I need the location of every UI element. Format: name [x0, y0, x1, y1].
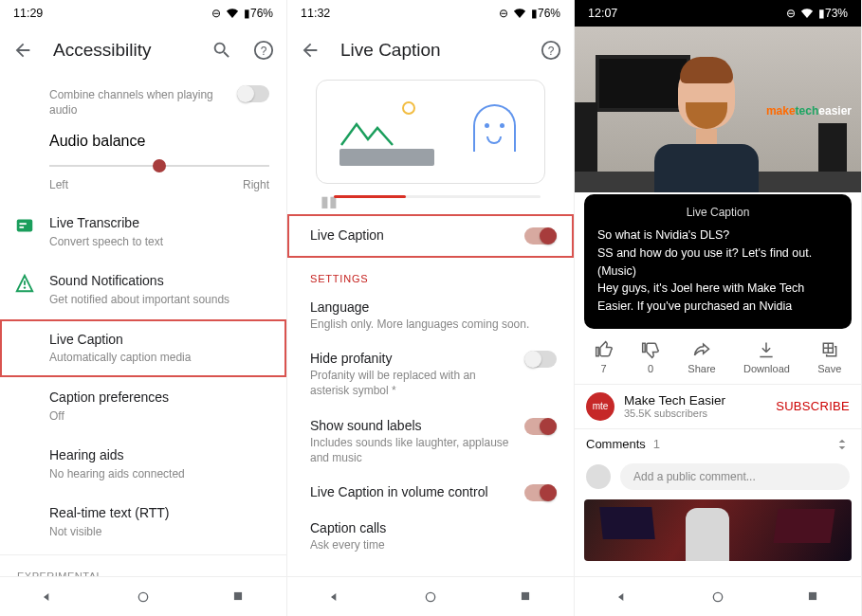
channel-row[interactable]: mte Make Tech Easier 35.5K subscribers S…	[575, 384, 861, 429]
svg-text:?: ?	[261, 45, 267, 58]
user-avatar	[586, 464, 611, 489]
channel-name: Make Tech Easier	[624, 393, 725, 408]
save-icon	[820, 340, 839, 359]
page-title: Live Caption	[340, 40, 441, 61]
live-caption-overlay[interactable]: Live Caption So what is Nvidia's DLS? SS…	[584, 194, 852, 329]
row-live-caption-toggle[interactable]: Live Caption	[287, 214, 574, 258]
nav-bar	[575, 576, 861, 616]
dislike-button[interactable]: 0	[641, 340, 660, 374]
row-caption-preferences[interactable]: Caption preferences Off	[0, 377, 286, 435]
row-combine-channels[interactable]: Combine channels when playing audio	[0, 74, 286, 129]
caption-pref-sub: Off	[49, 408, 169, 424]
caption-line: SS and how do you use it? Let's find out…	[597, 245, 838, 263]
vol-ctrl-title: Live Caption in volume control	[310, 484, 515, 499]
share-label: Share	[688, 363, 715, 374]
svg-rect-3	[20, 224, 27, 226]
thumbs-up-icon	[595, 340, 614, 359]
next-video-thumbnail[interactable]	[584, 499, 852, 561]
caption-pref-title: Caption preferences	[49, 389, 169, 407]
balance-right-label: Right	[243, 178, 269, 191]
svg-text:?: ?	[548, 45, 555, 58]
save-label: Save	[817, 363, 841, 374]
sound-notifications-title: Sound Notifications	[49, 272, 229, 290]
language-title: Language	[310, 299, 547, 315]
caption-calls-sub: Ask every time	[310, 537, 547, 553]
search-button[interactable]	[211, 39, 233, 62]
back-button[interactable]	[11, 39, 34, 62]
download-button[interactable]: Download	[743, 340, 790, 374]
vol-ctrl-toggle[interactable]	[524, 484, 557, 501]
video-actions: 7 0 Share Download Save	[575, 333, 861, 384]
row-caption-calls[interactable]: Caption calls Ask every time	[287, 511, 574, 562]
profanity-title: Hide profanity	[310, 351, 515, 366]
sound-labels-sub: Includes sounds like laughter, applause …	[310, 435, 515, 465]
sound-labels-toggle[interactable]	[524, 418, 557, 435]
row-hearing-aids[interactable]: Hearing aids No hearing aids connected	[0, 435, 286, 493]
row-live-caption[interactable]: Live Caption Automatically caption media	[0, 319, 286, 377]
dislike-count: 0	[648, 363, 653, 374]
back-button[interactable]	[299, 39, 321, 62]
wifi-icon	[226, 9, 239, 18]
row-sound-labels[interactable]: Show sound labels Includes sounds like l…	[287, 408, 574, 475]
share-button[interactable]: Share	[688, 340, 715, 374]
clock: 12:07	[588, 7, 617, 20]
row-rtt[interactable]: Real-time text (RTT) Not visible	[0, 493, 286, 551]
row-hide-profanity[interactable]: Hide profanity Profanity will be replace…	[287, 341, 574, 408]
nav-recents-icon[interactable]	[519, 589, 534, 605]
audio-balance-slider[interactable]	[49, 157, 269, 174]
svg-point-6	[24, 287, 26, 289]
page-title: Accessibility	[53, 40, 151, 61]
thumbs-down-icon	[641, 340, 660, 359]
phone-live-caption-settings: 11:32 ⊖ ▮76% Live Caption ? ▮▮ Live	[287, 0, 575, 616]
nav-bar	[287, 576, 574, 616]
clock: 11:29	[13, 7, 43, 20]
nav-recents-icon[interactable]	[231, 589, 247, 605]
app-header: Live Caption ?	[287, 27, 574, 74]
hearing-aids-title: Hearing aids	[49, 446, 185, 464]
sort-icon[interactable]	[834, 437, 850, 452]
like-button[interactable]: 7	[595, 340, 614, 374]
caption-line: Hey guys, it's Joel here with Make Tech …	[597, 280, 838, 316]
nav-recents-icon[interactable]	[806, 589, 821, 605]
nav-back-icon[interactable]	[327, 589, 342, 605]
nav-back-icon[interactable]	[40, 589, 55, 605]
settings-header: SETTINGS	[287, 258, 574, 290]
rtt-title: Real-time text (RTT)	[49, 504, 170, 522]
battery-icon: ▮	[244, 7, 250, 20]
nav-home-icon[interactable]	[423, 589, 438, 605]
language-sub: English only. More languages coming soon…	[310, 317, 547, 332]
nav-bar	[0, 576, 286, 616]
comments-header[interactable]: Comments 1	[575, 429, 861, 460]
nav-home-icon[interactable]	[710, 589, 725, 605]
dnd-icon: ⊖	[211, 7, 221, 20]
audio-balance-title: Audio balance	[49, 133, 269, 150]
live-caption-toggle[interactable]	[524, 227, 557, 245]
phone-accessibility: 11:29 ⊖ ▮76% Accessibility ? Combine cha…	[0, 0, 287, 616]
caption-line: (Music)	[597, 263, 838, 281]
nav-home-icon[interactable]	[136, 589, 151, 605]
share-icon	[692, 340, 711, 359]
like-count: 7	[601, 363, 607, 374]
battery-pct: 76%	[250, 7, 273, 20]
status-bar: 11:29 ⊖ ▮76%	[0, 0, 286, 27]
svg-rect-15	[809, 591, 816, 599]
save-button[interactable]: Save	[817, 340, 841, 374]
video-player[interactable]: maketecheasier	[575, 27, 861, 192]
caption-title: Live Caption	[597, 204, 838, 221]
app-header: Accessibility ?	[0, 27, 286, 74]
row-language[interactable]: Language English only. More languages co…	[287, 290, 574, 341]
watermark: maketecheasier	[766, 104, 852, 118]
experimental-header: EXPERIMENTAL	[0, 559, 286, 576]
battery-pct: 73%	[825, 7, 848, 20]
comment-input[interactable]: Add a public comment...	[620, 463, 850, 490]
help-button[interactable]: ?	[540, 39, 562, 62]
combine-channels-toggle[interactable]	[237, 85, 269, 102]
subscribe-button[interactable]: SUBSCRIBE	[776, 399, 850, 413]
help-button[interactable]: ?	[252, 39, 275, 62]
row-sound-notifications[interactable]: Sound Notifications Get notified about i…	[0, 261, 286, 318]
profanity-toggle[interactable]	[524, 351, 557, 368]
row-live-transcribe[interactable]: Live Transcribe Convert speech to text	[0, 203, 286, 261]
nav-back-icon[interactable]	[614, 589, 630, 605]
sound-labels-title: Show sound labels	[310, 418, 515, 433]
row-volume-control[interactable]: Live Caption in volume control	[287, 475, 574, 511]
